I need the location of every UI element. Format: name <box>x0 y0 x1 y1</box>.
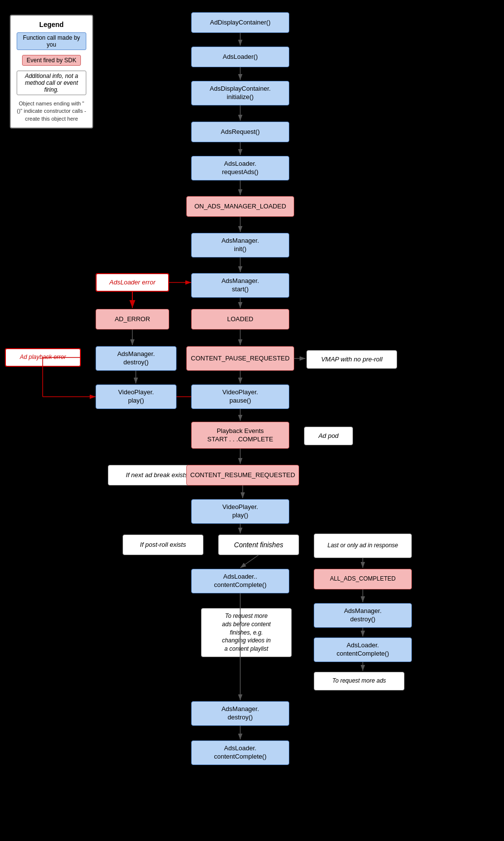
ads-loader-box: AdsLoader() <box>191 47 289 67</box>
on-ads-manager-loaded-box: ON_ADS_MANAGER_LOADED <box>186 196 294 217</box>
svg-line-23 <box>240 555 258 568</box>
legend-italic-item: Additional info, not a method call or ev… <box>17 71 86 97</box>
ads-loader-request-ads-box: AdsLoader. requestAds() <box>191 156 289 180</box>
to-request-more-ads-box: To request more ads <box>314 672 404 690</box>
last-only-ad-box: Last or only ad in response <box>314 534 412 558</box>
to-request-more-ads-note-box: To request more ads before content finis… <box>201 608 292 657</box>
ad-display-container-box: AdDisplayContainer() <box>191 12 289 33</box>
ads-loader-content-complete3-box: AdsLoader. contentComplete() <box>191 740 289 765</box>
ads-request-box: AdsRequest() <box>191 122 289 142</box>
video-player-play1-box: VideoPlayer. play() <box>96 384 176 409</box>
content-resume-requested-box: CONTENT_RESUME_REQUESTED <box>186 465 299 485</box>
legend-italic-box: Additional info, not a method call or ev… <box>17 71 86 95</box>
vmap-no-preroll-box: VMAP with no pre-roll <box>306 350 397 369</box>
ads-loader-content-complete2-box: AdsLoader. contentComplete() <box>314 637 412 662</box>
ad-error-box: AD_ERROR <box>96 309 169 330</box>
ads-manager-start-box: AdsManager. start() <box>191 273 289 298</box>
legend-blue-item: Function call made by you <box>17 32 86 52</box>
legend-note: Object names ending with "()" indicate c… <box>17 100 86 123</box>
legend-pink-box: Event fired by SDK <box>22 55 80 66</box>
ad-playback-error-box: Ad playback error <box>5 348 81 367</box>
ads-manager-destroy2-box: AdsManager. destroy() <box>314 603 412 628</box>
video-player-pause-box: VideoPlayer. pause() <box>191 384 289 409</box>
ads-loader-error-box: AdsLoader error <box>96 273 169 292</box>
playback-events-box: Playback Events START . . .COMPLETE <box>191 422 289 449</box>
diagram-container: Legend Function call made by you Event f… <box>0 0 504 841</box>
legend-title: Legend <box>17 21 86 28</box>
ads-manager-destroy3-box: AdsManager. destroy() <box>191 701 289 726</box>
ad-pod-box: Ad pod <box>304 427 353 445</box>
content-finishes-box: Content finishes <box>218 535 299 555</box>
loaded-box: LOADED <box>191 309 289 330</box>
legend: Legend Function call made by you Event f… <box>10 15 93 128</box>
ads-manager-init-box: AdsManager. init() <box>191 233 289 257</box>
legend-blue-box: Function call made by you <box>17 32 86 50</box>
video-player-play2-box: VideoPlayer. play() <box>191 499 289 524</box>
if-post-roll-box: If post-roll exists <box>123 535 203 555</box>
ads-loader-content-complete1-box: AdsLoader.. contentComplete() <box>191 569 289 593</box>
all-ads-completed-box: ALL_ADS_COMPLETED <box>314 569 412 589</box>
ads-display-container-init-box: AdsDisplayContainer. initialize() <box>191 81 289 105</box>
legend-pink-item: Event fired by SDK <box>17 55 86 68</box>
ads-manager-destroy1-box: AdsManager. destroy() <box>96 346 176 371</box>
content-pause-requested-box: CONTENT_PAUSE_REQUESTED <box>186 346 294 371</box>
